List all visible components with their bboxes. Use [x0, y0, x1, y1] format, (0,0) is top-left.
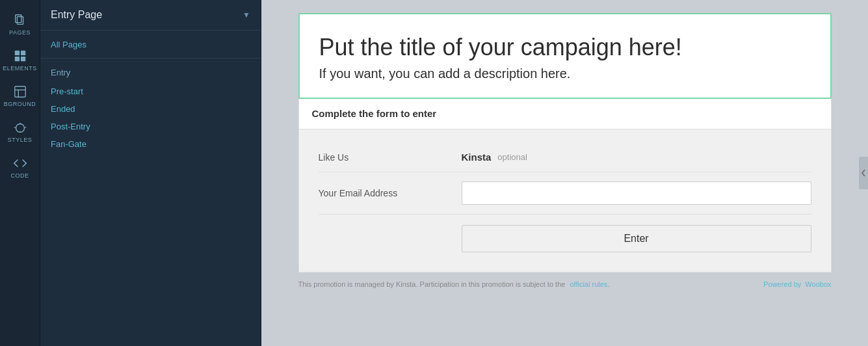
powered-by-brand: Woobox: [805, 280, 831, 288]
like-us-row: Like Us Kinsta optional: [319, 142, 811, 172]
form-area: Complete the form to enter Like Us Kinst…: [298, 99, 832, 273]
sidebar-item-elements[interactable]: ELEMENTS: [0, 42, 40, 78]
nav-panel: Entry Page ▼ All Pages Entry Pre-start E…: [40, 0, 261, 346]
nav-items: Pre-start Ended Post-Entry Fan-Gate: [40, 83, 261, 153]
sidebar-item-styles[interactable]: STYLES: [0, 114, 40, 150]
svg-rect-6: [14, 86, 25, 98]
nav-all-pages-section: All Pages: [40, 31, 261, 59]
like-us-brand: Kinsta: [462, 152, 492, 163]
svg-rect-0: [15, 15, 21, 23]
svg-rect-3: [20, 51, 25, 55]
sidebar-item-code[interactable]: CODE: [0, 150, 40, 185]
sidebar-item-pages[interactable]: PAGES: [0, 7, 40, 42]
nav-item-fan-gate[interactable]: Fan-Gate: [51, 135, 250, 153]
main-content: Put the title of your campaign here! If …: [261, 0, 868, 346]
svg-rect-2: [14, 51, 19, 55]
nav-title: Entry Page: [51, 9, 102, 21]
nav-section-label: Entry: [40, 59, 261, 83]
sidebar-icons: PAGES ELEMENTS BGROUND STYLES CODE: [0, 0, 40, 346]
campaign-card: Put the title of your campaign here! If …: [298, 13, 832, 99]
footer-main-text: This promotion is managed by Kinsta. Par…: [298, 280, 566, 288]
collapse-handle[interactable]: [859, 157, 868, 189]
like-us-optional: optional: [497, 152, 527, 162]
powered-by: Powered by Woobox: [763, 280, 831, 288]
nav-item-ended[interactable]: Ended: [51, 100, 250, 118]
sidebar-item-background[interactable]: BGROUND: [0, 78, 40, 114]
svg-rect-5: [20, 57, 25, 61]
all-pages-link[interactable]: All Pages: [51, 40, 86, 49]
nav-item-prestart[interactable]: Pre-start: [51, 83, 250, 100]
email-input[interactable]: [462, 181, 811, 205]
nav-dropdown-icon[interactable]: ▼: [243, 10, 250, 20]
email-label: Your Email Address: [319, 188, 462, 198]
nav-item-post-entry[interactable]: Post-Entry: [51, 118, 250, 135]
nav-header: Entry Page ▼: [40, 0, 261, 31]
svg-rect-1: [17, 17, 23, 25]
enter-button[interactable]: Enter: [462, 225, 811, 252]
form-header-text: Complete the form to enter: [312, 108, 437, 119]
like-us-label: Like Us: [319, 152, 462, 163]
sidebar-code-label: CODE: [10, 172, 29, 179]
form-body: Like Us Kinsta optional Your Email Addre…: [299, 129, 831, 272]
campaign-title: Put the title of your campaign here!: [319, 34, 811, 61]
sidebar-pages-label: PAGES: [9, 29, 31, 36]
sidebar-elements-label: ELEMENTS: [3, 65, 37, 72]
svg-rect-4: [14, 57, 19, 61]
sidebar-bground-label: BGROUND: [4, 101, 36, 107]
like-us-value: Kinsta optional: [462, 152, 527, 163]
campaign-desc: If you want, you can add a description h…: [319, 66, 811, 81]
form-footer: This promotion is managed by Kinsta. Par…: [298, 273, 832, 288]
submit-row: Enter: [319, 215, 811, 252]
footer-text: This promotion is managed by Kinsta. Par…: [298, 280, 610, 288]
sidebar-styles-label: STYLES: [8, 137, 33, 143]
email-row: Your Email Address: [319, 172, 811, 215]
official-rules-link[interactable]: official rules: [570, 280, 607, 288]
powered-by-label: Powered by: [763, 280, 801, 288]
form-header: Complete the form to enter: [299, 99, 831, 129]
